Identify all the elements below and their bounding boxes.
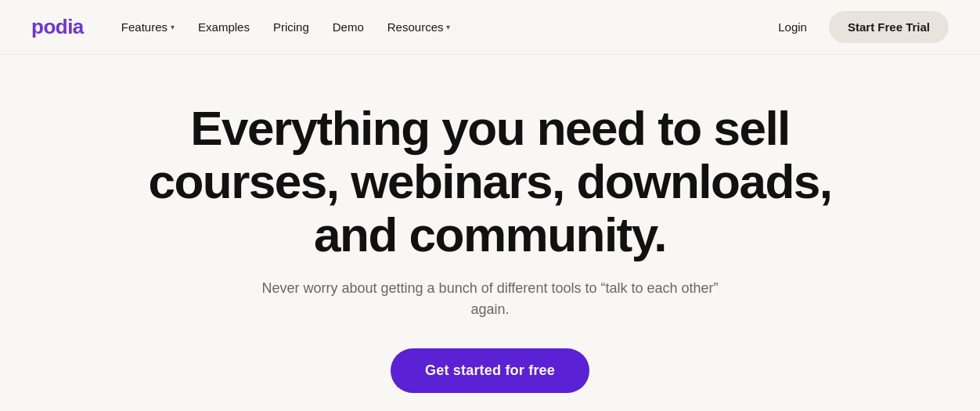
nav-link-features[interactable]: Features ▾ (112, 14, 184, 40)
navbar: podia Features ▾ Examples Pricing Demo R… (0, 0, 980, 55)
nav-link-demo[interactable]: Demo (323, 14, 373, 40)
chevron-down-icon: ▾ (171, 23, 175, 31)
nav-link-resources[interactable]: Resources ▾ (378, 14, 460, 40)
nav-links: Features ▾ Examples Pricing Demo Resourc… (112, 14, 769, 40)
hero-subtitle: Never worry about getting a bunch of dif… (255, 278, 725, 320)
hero-section: Everything you need to sell courses, web… (0, 55, 980, 411)
start-free-trial-button[interactable]: Start Free Trial (829, 11, 949, 43)
nav-right: Login Start Free Trial (769, 11, 949, 43)
nav-link-pricing[interactable]: Pricing (264, 14, 319, 40)
logo[interactable]: podia (31, 15, 84, 39)
nav-link-examples[interactable]: Examples (189, 14, 259, 40)
login-link[interactable]: Login (769, 14, 816, 40)
chevron-down-icon: ▾ (446, 23, 450, 31)
hero-title: Everything you need to sell courses, web… (118, 102, 862, 262)
get-started-button[interactable]: Get started for free (391, 348, 589, 393)
